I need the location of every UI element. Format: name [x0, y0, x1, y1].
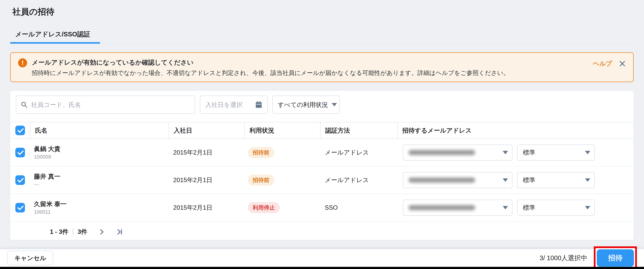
- cancel-button[interactable]: キャンセル: [7, 251, 53, 265]
- close-icon[interactable]: [619, 60, 626, 67]
- table-body: 眞鍋 大貴 100009 2015年2月1日 招待前 メールアドレス 標準: [10, 139, 634, 222]
- status-badge: 招待前: [248, 147, 274, 158]
- next-page-icon[interactable]: [98, 228, 105, 235]
- employee-code: 100011: [34, 209, 168, 215]
- calendar-icon: [255, 101, 262, 108]
- status-badge: 招待前: [248, 174, 274, 186]
- search-input[interactable]: [31, 101, 190, 108]
- exclamation-icon: !: [18, 58, 27, 67]
- chevron-down-icon: [585, 151, 590, 154]
- select-all-cell: [10, 122, 30, 138]
- invite-type-select[interactable]: 標準: [517, 200, 595, 216]
- header-invite-email: 招待するメールアドレス: [397, 122, 634, 138]
- tab-email-sso-auth[interactable]: メールアドレス/SSO認証: [10, 30, 100, 44]
- header-name: 氏名: [30, 122, 168, 138]
- redacted-email-text: [408, 205, 475, 210]
- red-highlight-annotation: 招待: [594, 246, 637, 269]
- chevron-down-icon: [585, 178, 590, 182]
- hire-date-picker[interactable]: 入社日を選択: [200, 96, 268, 114]
- row-checkbox[interactable]: [15, 175, 25, 185]
- table-row: 眞鍋 大貴 100009 2015年2月1日 招待前 メールアドレス 標準: [10, 139, 634, 166]
- employee-code: ---: [34, 181, 168, 188]
- last-page-icon[interactable]: [116, 228, 123, 235]
- footer-action-bar: キャンセル 3/ 1000人選択中 招待: [0, 249, 644, 267]
- row-checkbox[interactable]: [15, 148, 25, 157]
- search-box[interactable]: [16, 96, 195, 114]
- header-hire-date: 入社日: [168, 122, 244, 138]
- employee-name-cell: 眞鍋 大貴 100009: [30, 145, 168, 160]
- invite-type-value: 標準: [523, 148, 535, 157]
- hire-date: 2015年2月1日: [168, 176, 244, 184]
- status-badge: 利用停止: [248, 202, 280, 213]
- employee-name-cell: 久留米 泰一 100011: [30, 200, 168, 215]
- header-auth-method: 認証方法: [320, 122, 397, 138]
- redacted-email-text: [408, 178, 475, 183]
- employee-table-card: 入社日を選択 すべての利用状況 氏名 入社日 利用状況 認証方法 招待: [10, 91, 634, 240]
- select-all-checkbox[interactable]: [15, 126, 25, 135]
- pagination-range: 1 - 3件: [50, 228, 68, 236]
- selection-count: 3/ 1000人選択中: [540, 254, 587, 262]
- chevron-down-icon: [503, 151, 508, 154]
- pagination-separator: [73, 228, 73, 236]
- pagination: 1 - 3件 3件: [10, 222, 634, 242]
- hire-date-placeholder: 入社日を選択: [205, 100, 242, 109]
- banner-actions: ヘルプ: [593, 59, 626, 68]
- help-link[interactable]: ヘルプ: [593, 59, 612, 68]
- auth-method: メールアドレス: [320, 176, 397, 184]
- chevron-down-icon: [585, 206, 590, 210]
- row-checkbox-cell: [10, 175, 30, 185]
- usage-status-cell: 招待前: [244, 174, 320, 186]
- auth-method: メールアドレス: [320, 148, 397, 157]
- invite-type-value: 標準: [523, 203, 535, 212]
- footer-right-group: 3/ 1000人選択中 招待: [540, 246, 637, 269]
- chevron-down-icon: [332, 103, 337, 106]
- invite-email-cell: 標準: [397, 144, 634, 160]
- usage-status-cell: 招待前: [244, 147, 320, 158]
- row-checkbox-cell: [10, 148, 30, 157]
- invite-email-select[interactable]: [403, 172, 512, 188]
- page-title: 社員の招待: [0, 0, 644, 17]
- invite-employees-page: 社員の招待 メールアドレス/SSO認証 ! メールアドレスが有効になっているか確…: [0, 0, 644, 269]
- employee-name-cell: 藤井 真一 ---: [30, 173, 168, 188]
- employee-name: 久留米 泰一: [34, 200, 168, 208]
- usage-status-filter[interactable]: すべての利用状況: [272, 96, 340, 114]
- usage-status-filter-value: すべての利用状況: [278, 100, 328, 109]
- row-checkbox-cell: [10, 203, 30, 212]
- employee-name: 眞鍋 大貴: [34, 145, 168, 152]
- warning-body: 招待時にメールアドレスが有効でなかった場合、不適切なアドレスと判定され、今後、該…: [32, 69, 593, 77]
- invite-email-select[interactable]: [403, 200, 512, 216]
- invite-type-select[interactable]: 標準: [517, 144, 595, 160]
- search-icon: [20, 101, 28, 108]
- pagination-total: 3件: [78, 228, 87, 236]
- usage-status-cell: 利用停止: [244, 202, 320, 213]
- invite-type-select[interactable]: 標準: [517, 172, 595, 188]
- warning-banner: ! メールアドレスが有効になっているか確認してください 招待時にメールアドレスが…: [10, 52, 634, 82]
- employee-name: 藤井 真一: [34, 173, 168, 180]
- screenshot-bottom-strip: [0, 267, 644, 269]
- table-header-row: 氏名 入社日 利用状況 認証方法 招待するメールアドレス: [10, 122, 634, 139]
- invite-button[interactable]: 招待: [597, 249, 634, 267]
- invite-email-select[interactable]: [403, 144, 512, 160]
- invite-email-cell: 標準: [397, 200, 634, 216]
- hire-date: 2015年2月1日: [168, 148, 244, 157]
- tab-bar: メールアドレス/SSO認証: [10, 30, 634, 44]
- invite-email-cell: 標準: [397, 172, 634, 188]
- filter-bar: 入社日を選択 すべての利用状況: [10, 91, 634, 122]
- header-usage-status: 利用状況: [244, 122, 320, 138]
- chevron-down-icon: [503, 178, 508, 182]
- auth-method: SSO: [320, 204, 397, 211]
- chevron-down-icon: [503, 206, 508, 210]
- employee-code: 100009: [34, 154, 168, 160]
- redacted-email-text: [408, 150, 475, 155]
- table-row: 藤井 真一 --- 2015年2月1日 招待前 メールアドレス 標準: [10, 166, 634, 194]
- table-row: 久留米 泰一 100011 2015年2月1日 利用停止 SSO 標準: [10, 194, 634, 222]
- warning-text-block: メールアドレスが有効になっているか確認してください 招待時にメールアドレスが有効…: [32, 58, 593, 77]
- warning-title: メールアドレスが有効になっているか確認してください: [32, 58, 593, 67]
- hire-date: 2015年2月1日: [168, 203, 244, 212]
- row-checkbox[interactable]: [15, 203, 25, 212]
- invite-type-value: 標準: [523, 176, 535, 184]
